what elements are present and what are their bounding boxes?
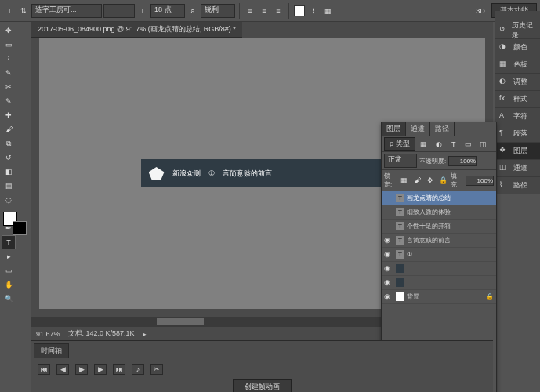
eyedropper-tool[interactable]: ✎: [2, 94, 16, 108]
marquee-tool[interactable]: ▭: [2, 38, 16, 52]
create-frame-animation-button[interactable]: 创建帧动画: [233, 379, 292, 392]
chevron-right-icon[interactable]: ▸: [143, 330, 147, 338]
layer-name: 画龙点睛的总结: [407, 194, 451, 202]
filter-shape-icon[interactable]: ▭: [462, 138, 475, 151]
first-frame-button[interactable]: ⏮: [38, 364, 50, 375]
layer-row[interactable]: T画龙点睛的总结: [382, 191, 496, 205]
filter-smart-icon[interactable]: ◫: [477, 138, 490, 151]
rail-character[interactable]: A字符: [495, 108, 540, 125]
char-panel-icon[interactable]: ▦: [321, 5, 334, 17]
layer-row[interactable]: T言简意赅的前言: [382, 234, 496, 248]
eye-icon[interactable]: [384, 208, 393, 217]
audio-button[interactable]: ♪: [132, 364, 144, 375]
lock-pixel-icon[interactable]: 🖌: [411, 174, 422, 187]
layer-row[interactable]: [382, 262, 496, 276]
layer-search: ρ 类型 ▦ ◐ T ▭ ◫: [382, 136, 496, 152]
aa-select[interactable]: 锐利: [201, 4, 235, 18]
heal-tool[interactable]: ✚: [2, 108, 16, 122]
warp-icon[interactable]: ⌇: [307, 5, 320, 17]
doc-info: 文档: 142.0 K/587.1K: [68, 328, 135, 339]
eye-icon[interactable]: [384, 236, 393, 245]
align-left-icon[interactable]: ≡: [244, 5, 256, 17]
layer-row[interactable]: 背景🔒: [382, 290, 496, 304]
blur-tool[interactable]: ◌: [2, 193, 16, 207]
crop-tool[interactable]: ✂: [2, 80, 16, 94]
document-tab[interactable]: 2017-05-06_084900.png @ 91.7% (画龙点睛的总结, …: [31, 22, 242, 38]
prev-frame-button[interactable]: ◀: [56, 364, 69, 375]
lock-pos-icon[interactable]: ✥: [425, 174, 436, 187]
last-frame-button[interactable]: ⏭: [113, 364, 125, 375]
filter-pixel-icon[interactable]: ▦: [418, 138, 430, 151]
eye-icon[interactable]: [384, 278, 393, 288]
eye-icon[interactable]: [384, 292, 393, 302]
search-type-select[interactable]: ρ 类型: [384, 137, 415, 151]
tab-layers[interactable]: 图层: [382, 122, 406, 136]
layer-row[interactable]: T细致入微的体验: [382, 205, 496, 220]
orientation-icon[interactable]: ⇅: [17, 5, 30, 17]
brush-tool[interactable]: 🖌: [2, 122, 16, 136]
lock-trans-icon[interactable]: ▦: [399, 174, 410, 187]
play-button[interactable]: ▶: [75, 364, 88, 375]
type-tool[interactable]: T: [2, 235, 16, 249]
layer-thumb: [396, 292, 404, 301]
lock-all-icon[interactable]: 🔒: [438, 174, 449, 187]
filter-type-icon[interactable]: T: [448, 138, 460, 151]
layer-name: 背景: [407, 292, 419, 301]
rail-adjust[interactable]: ◐调整: [495, 74, 540, 91]
tab-paths[interactable]: 路径: [430, 122, 455, 136]
rail-swatches[interactable]: ▦色板: [495, 56, 540, 74]
eraser-tool[interactable]: ◧: [2, 165, 16, 179]
separator: [239, 3, 240, 19]
eye-icon[interactable]: [384, 264, 393, 274]
font-size-select[interactable]: 18 点: [150, 4, 185, 18]
quick-select-tool[interactable]: ✎: [2, 66, 16, 80]
blend-mode-select[interactable]: 正常: [384, 154, 417, 168]
background-swatch[interactable]: [13, 221, 27, 235]
tool-preset-icon[interactable]: T: [3, 5, 16, 17]
lasso-tool[interactable]: ⌇: [2, 52, 16, 66]
eye-icon[interactable]: [384, 250, 393, 260]
tab-channels[interactable]: 通道: [406, 122, 430, 136]
rail-paragraph[interactable]: ¶段落: [495, 125, 540, 143]
move-tool[interactable]: ✥: [2, 24, 16, 38]
rail-layers[interactable]: ❖图层: [495, 143, 540, 160]
rail-styles[interactable]: fx样式: [495, 91, 540, 108]
rail-channels[interactable]: ◫通道: [495, 160, 540, 177]
shape-tool[interactable]: ▭: [2, 263, 16, 278]
history-brush-tool[interactable]: ↺: [2, 151, 16, 165]
layer-row[interactable]: [382, 276, 496, 290]
rail-label: 色板: [513, 60, 527, 70]
text-color-swatch[interactable]: [293, 5, 306, 17]
zoom-level[interactable]: 91.67%: [36, 330, 60, 338]
rail-history[interactable]: ↺历史记录: [495, 22, 540, 39]
split-button[interactable]: ✂: [150, 364, 163, 375]
font-style-select[interactable]: -: [103, 4, 135, 18]
fill-input[interactable]: [466, 176, 494, 186]
3d-icon[interactable]: 3D: [474, 5, 487, 17]
rail-label: 字符: [513, 111, 527, 122]
rail-paths[interactable]: ⌇路径: [495, 177, 540, 194]
path-select-tool[interactable]: ▸: [2, 249, 16, 263]
gradient-tool[interactable]: ▤: [2, 179, 16, 193]
layer-row[interactable]: T①: [382, 248, 496, 262]
layer-row[interactable]: T个性十足的开箱: [382, 220, 496, 234]
next-frame-button[interactable]: ▶: [94, 364, 107, 375]
font-family-select[interactable]: 造字工房可...: [31, 4, 102, 18]
separator: [288, 3, 289, 19]
eye-icon[interactable]: [384, 222, 393, 231]
layer-thumb: T: [396, 250, 404, 259]
rail-color[interactable]: ◑颜色: [495, 39, 540, 56]
opacity-input[interactable]: [448, 156, 477, 166]
stamp-tool[interactable]: ⧉: [2, 136, 16, 151]
timeline-tab[interactable]: 时间轴: [34, 343, 69, 358]
align-center-icon[interactable]: ≡: [258, 5, 270, 17]
filter-adjust-icon[interactable]: ◐: [433, 138, 445, 151]
layer-name: 言简意赅的前言: [407, 236, 451, 245]
scroll-thumb[interactable]: [157, 318, 204, 325]
hand-tool[interactable]: ✋: [2, 278, 16, 292]
layer-list: T画龙点睛的总结T细致入微的体验T个性十足的开箱T言简意赅的前言T① 背景🔒: [382, 191, 496, 304]
color-swatches[interactable]: [3, 212, 27, 235]
zoom-tool[interactable]: 🔍: [2, 292, 16, 306]
eye-icon[interactable]: [384, 194, 393, 203]
align-right-icon[interactable]: ≡: [272, 5, 284, 17]
